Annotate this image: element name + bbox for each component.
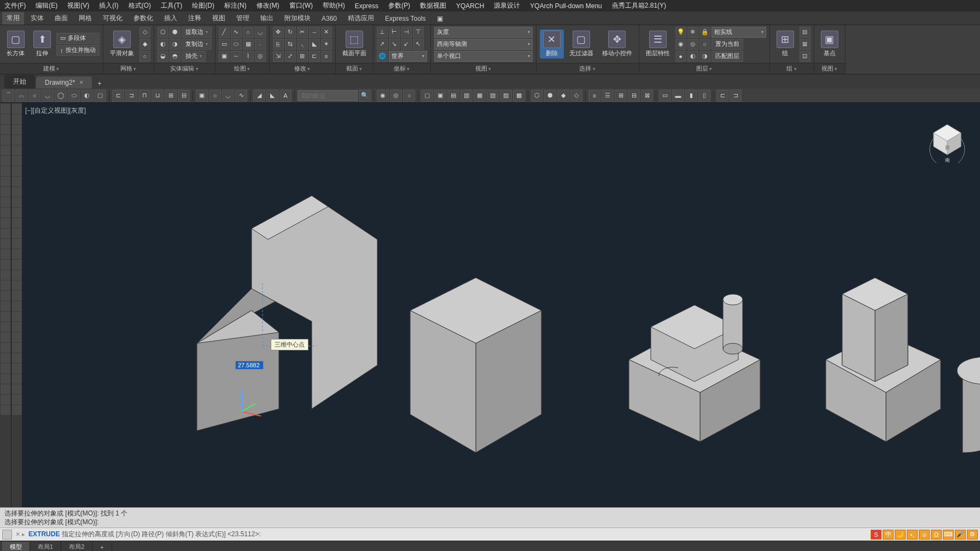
st-2[interactable]: ⌓ [15,90,27,102]
mod-align[interactable]: ≡ [321,51,332,62]
st-13[interactable]: ⊞ [165,90,177,102]
se-5[interactable]: ◒ [158,51,168,62]
layer-t2[interactable]: ◎ [687,39,698,50]
lt2-15[interactable] [12,249,22,259]
tab-extra[interactable]: ▣ [433,13,447,24]
tab-mesh[interactable]: 网格 [74,12,96,25]
delete-button[interactable]: ✕删除 [540,30,564,58]
mod-offset[interactable]: ⊏ [309,51,320,62]
lt1-21[interactable] [1,312,10,321]
menu-dimension[interactable]: 标注(N) [224,1,247,10]
st-3[interactable]: ○ [28,90,40,102]
copy-edges-button[interactable]: 复制边▾ [182,39,212,50]
viewcube[interactable]: 前 南 [925,119,969,163]
lt1-16[interactable] [1,260,10,269]
draw-polyline[interactable]: ∿ [231,27,242,38]
menu-format[interactable]: 格式(O) [129,1,151,10]
ime-moon-icon[interactable]: 🌙 [895,530,906,540]
ucs-6[interactable]: ↘ [389,39,400,50]
st-38[interactable]: ☰ [602,90,614,102]
ime-omega-icon[interactable]: Ω [931,530,942,540]
lt2-11[interactable] [12,208,22,218]
st-28[interactable]: ▥ [460,90,472,102]
ime-cn-icon[interactable]: 中 [883,530,894,540]
base-button[interactable]: ▣基点 [818,30,842,58]
st-39[interactable]: ⊞ [615,90,627,102]
tab-layout1[interactable]: 布局1 [30,542,61,551]
st-35[interactable]: ◆ [557,90,569,102]
mod-stretch[interactable]: ⇲ [273,51,284,62]
grp-1[interactable]: ⊟ [800,27,810,38]
st-32[interactable]: ▩ [513,90,525,102]
tab-layout2[interactable]: 布局2 [61,542,92,551]
st-31[interactable]: ▨ [500,90,512,102]
lt2-9[interactable] [12,187,22,197]
st-15[interactable]: ▣ [196,90,208,102]
presspull-button[interactable]: ↕按住并拖动 [56,45,100,56]
st-14[interactable]: ⊟ [178,90,190,102]
se-1[interactable]: ⬡ [158,27,168,38]
menu-express[interactable]: Express [355,2,378,10]
ucs-1[interactable]: ⊥ [377,27,388,38]
menu-yqarch-pd[interactable]: YQArch Pull-down Menu [530,2,602,10]
lt2-5[interactable] [12,145,22,155]
lt1-13[interactable] [1,228,10,238]
lt2-23[interactable] [12,332,22,342]
smooth-button[interactable]: ◈平滑对象 [107,30,137,58]
cmd-toggle-icon[interactable] [2,530,12,540]
lt2-26[interactable] [12,364,22,373]
ime-sogou-icon[interactable]: S [871,530,882,540]
lt1-10[interactable] [1,197,10,207]
viewport[interactable]: [−][自定义视图][灰度] [22,103,980,507]
lt1-11[interactable] [1,208,10,218]
draw-point[interactable]: · [255,39,266,50]
panel-coord-label[interactable]: 坐标 [374,63,430,74]
menu-help[interactable]: 帮助(H) [323,1,345,10]
tab-addins[interactable]: 附加模块 [280,12,315,25]
tab-visualize[interactable]: 可视化 [98,12,127,25]
mod-copy[interactable]: ⎘ [273,39,284,50]
tab-a360[interactable]: A360 [317,13,341,24]
layer-t5[interactable]: ◐ [687,51,698,62]
doc-tab-start[interactable]: 开始 [4,75,35,89]
lt2-12[interactable] [12,218,22,228]
lt1-2[interactable] [1,114,10,124]
lt1-3[interactable] [1,125,10,134]
lt2-25[interactable] [12,353,22,363]
st-25[interactable]: ▢ [421,90,433,102]
section-plane-button[interactable]: ⬚截面平面 [339,30,370,58]
lt1-26[interactable] [1,364,10,373]
st-18[interactable]: ∿ [235,90,247,102]
panel-view2-label[interactable]: 视图 [814,63,845,74]
lt1-19[interactable] [1,291,10,301]
st-43[interactable]: ▬ [672,90,684,102]
lt1-30[interactable] [1,405,10,415]
ucs-7[interactable]: ↙ [401,39,412,50]
mod-explode[interactable]: ✶ [321,39,332,50]
gizmo-button[interactable]: ✥移动小控件 [599,30,635,58]
lt1-1[interactable] [1,104,10,114]
draw-ellipse[interactable]: ⬭ [231,39,242,50]
st-45[interactable]: ▯ [698,90,710,102]
st-27[interactable]: ▤ [447,90,459,102]
draw-donut[interactable]: ◎ [255,51,266,62]
st-19[interactable]: ◢ [253,90,265,102]
ime-settings-icon[interactable]: ⚙ [967,530,978,540]
lt1-18[interactable] [1,280,10,290]
lt2-1[interactable] [12,104,22,114]
st-10[interactable]: ⊐ [125,90,137,102]
grp-2[interactable]: ⊠ [800,39,810,50]
shell-button[interactable]: 抽壳▾ [182,51,206,62]
ucs-3[interactable]: ⊣ [401,27,412,38]
menu-params[interactable]: 参数(P) [388,1,410,10]
lt2-27[interactable] [12,374,22,384]
mod-extend[interactable]: → [309,27,320,38]
lt1-4[interactable] [1,135,10,145]
draw-circle[interactable]: ○ [243,27,254,38]
menu-yqarch[interactable]: YQARCH [456,2,484,10]
menu-tools[interactable]: 工具(T) [161,1,182,10]
mod-move[interactable]: ✥ [273,27,284,38]
lt1-12[interactable] [1,218,10,228]
ucs-world-dropdown[interactable]: 世界▾ [389,51,427,62]
lt1-9[interactable] [1,187,10,197]
